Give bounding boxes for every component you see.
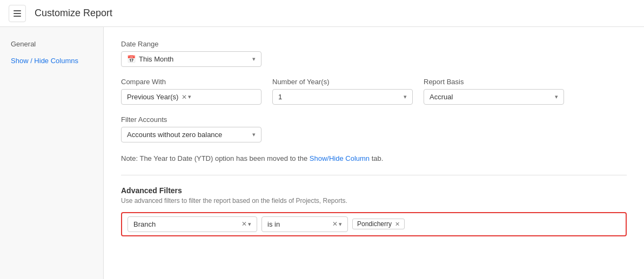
filter-value-area: Pondicherry ✕ (352, 219, 620, 229)
filter-accounts-value: Accounts without zero balance (127, 131, 222, 139)
chevron-down-icon: ▾ (339, 221, 342, 228)
filter-operator-value: is in (267, 220, 280, 228)
sidebar-item-show-hide-columns[interactable]: Show / Hide Columns (0, 52, 103, 69)
page-title: Customize Report (35, 8, 112, 19)
filter-field-select[interactable]: Branch ✕ ▾ (128, 216, 257, 232)
compare-with-label: Compare With (121, 78, 261, 86)
advanced-filters-title: Advanced Filters (121, 186, 627, 195)
compare-with-section: Compare With Previous Year(s) ✕ ▾ (121, 78, 261, 105)
chevron-down-icon: ▾ (555, 93, 558, 100)
tag-label: Pondicherry (357, 220, 392, 228)
date-range-label: Date Range (121, 40, 627, 48)
divider (121, 175, 627, 175)
report-basis-label: Report Basis (424, 78, 564, 86)
tag-close-icon[interactable]: ✕ (395, 221, 400, 228)
advanced-filters-desc: Use advanced filters to filter the repor… (121, 197, 627, 205)
chevron-down-icon: ▾ (404, 93, 407, 100)
main-layout: General Show / Hide Columns Date Range 📅… (0, 27, 644, 279)
note-suffix: tab. (370, 154, 383, 162)
show-hide-column-link[interactable]: Show/Hide Column (310, 154, 370, 162)
chevron-down-icon: ▾ (188, 93, 191, 100)
num-years-select[interactable]: 1 ▾ (272, 89, 413, 105)
note-section: Note: The Year to Date (YTD) option has … (121, 153, 627, 164)
hamburger-icon (14, 10, 21, 17)
filter-field-value: Branch (133, 220, 156, 228)
calendar-icon: 📅 (127, 55, 136, 63)
advanced-filters-section: Advanced Filters Use advanced filters to… (121, 186, 627, 236)
filter-accounts-label: Filter Accounts (121, 115, 627, 124)
menu-button[interactable] (9, 5, 26, 22)
filter-accounts-section: Filter Accounts Accounts without zero ba… (121, 115, 627, 142)
num-years-value: 1 (278, 93, 282, 101)
clear-filter-field-icon[interactable]: ✕ (242, 220, 247, 228)
chevron-down-icon: ▾ (252, 56, 256, 63)
sidebar: General Show / Hide Columns (0, 27, 104, 279)
compare-row: Compare With Previous Year(s) ✕ ▾ Number… (121, 78, 627, 105)
date-range-select[interactable]: 📅 This Month ▾ (121, 51, 261, 67)
num-years-label: Number of Year(s) (272, 78, 413, 86)
chevron-down-icon: ▾ (252, 131, 256, 138)
date-range-section: Date Range 📅 This Month ▾ (121, 40, 627, 67)
top-bar: Customize Report (0, 0, 644, 27)
compare-with-select[interactable]: Previous Year(s) ✕ ▾ (121, 89, 261, 105)
content-area: Date Range 📅 This Month ▾ Compare With P… (104, 27, 644, 279)
filter-row: Branch ✕ ▾ is in ✕ ▾ (121, 212, 627, 236)
sidebar-item-general[interactable]: General (0, 36, 103, 52)
clear-compare-icon[interactable]: ✕ (182, 93, 187, 101)
note-prefix: Note: The Year to Date (YTD) option has … (121, 154, 310, 162)
num-years-section: Number of Year(s) 1 ▾ (272, 78, 413, 105)
clear-operator-icon[interactable]: ✕ (332, 220, 338, 228)
compare-with-value: Previous Year(s) (127, 93, 178, 101)
report-basis-value: Accrual (430, 93, 453, 101)
note-text: Note: The Year to Date (YTD) option has … (121, 153, 627, 164)
filter-accounts-select[interactable]: Accounts without zero balance ▾ (121, 127, 261, 142)
filter-operator-select[interactable]: is in ✕ ▾ (261, 216, 348, 232)
filter-value-tag: Pondicherry ✕ (352, 219, 405, 229)
report-basis-select[interactable]: Accrual ▾ (424, 89, 564, 105)
report-basis-section: Report Basis Accrual ▾ (424, 78, 564, 105)
chevron-down-icon: ▾ (248, 221, 251, 228)
date-range-value: This Month (139, 55, 173, 63)
